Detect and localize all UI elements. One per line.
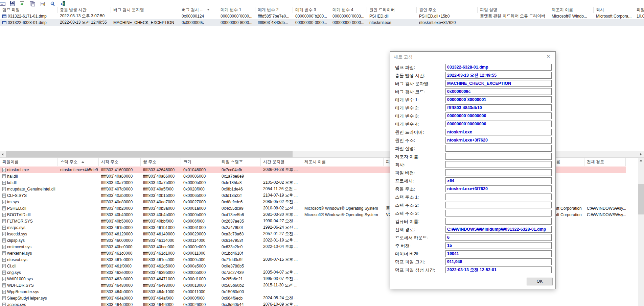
cell bbox=[584, 186, 626, 192]
scroll-up-arrow-icon[interactable] bbox=[640, 160, 642, 161]
field-value-box[interactable] bbox=[445, 218, 552, 225]
field-label: 프로세서: bbox=[395, 178, 414, 184]
column-header-2[interactable]: 스택 주소 bbox=[58, 158, 99, 166]
column-header-10[interactable]: 원인 주소 bbox=[417, 7, 478, 13]
column-header-5[interactable]: 크기 bbox=[181, 158, 219, 166]
dialog-titlebar[interactable]: 새로 고침 ✕ bbox=[390, 52, 555, 61]
field-value-box[interactable]: MACHINE_CHECK_EXCEPTION bbox=[445, 80, 552, 87]
cell: 2104-07-19 오후 ... bbox=[261, 192, 302, 199]
cell: Microsoft Corpora... bbox=[594, 13, 634, 19]
column-header-6[interactable]: 매개 변수 2 bbox=[255, 7, 293, 13]
field-value-box[interactable] bbox=[445, 153, 552, 160]
cell bbox=[261, 250, 302, 256]
driver-file-icon bbox=[2, 264, 6, 268]
cell bbox=[540, 288, 584, 295]
cell: WppRecorder.sys bbox=[0, 288, 58, 295]
crash-dump-row[interactable]: 031322-6171-01.dmp2022-03-13 오후 3:07:500… bbox=[0, 13, 644, 19]
cell: 0xc8d60b44 bbox=[219, 301, 261, 306]
vertical-scrollbar-thumb[interactable] bbox=[638, 184, 644, 214]
field-value-box[interactable]: fffff803`4843db10 bbox=[445, 104, 552, 111]
scroll-right-arrow-icon[interactable] bbox=[640, 153, 642, 156]
driver-row[interactable]: WppRecorder.sysfffff803`464b0000fffff803… bbox=[0, 288, 626, 295]
field-value-box[interactable]: ntoskrnl.exe+3f7620 bbox=[445, 137, 552, 144]
cell: 플랫폼 관련 하드웨어 오류 드라이버 bbox=[478, 13, 549, 19]
field-value-box[interactable] bbox=[445, 161, 552, 168]
field-label: 파일 설명: bbox=[395, 146, 415, 152]
dialog-field-row: 매개 변수 1:00000000`80000001 bbox=[390, 96, 555, 103]
cell bbox=[584, 192, 626, 199]
driver-file-icon bbox=[2, 174, 6, 178]
column-header-12[interactable]: 제조자 이름 bbox=[549, 7, 594, 13]
cell bbox=[302, 179, 384, 186]
save-icon[interactable] bbox=[8, 0, 16, 7]
field-value-box[interactable] bbox=[445, 202, 552, 208]
field-value-box[interactable] bbox=[445, 210, 552, 216]
bottom-pane-vertical-scrollbar[interactable] bbox=[638, 158, 644, 306]
column-header-1[interactable]: 덤프 파일 bbox=[0, 7, 58, 13]
column-header-4[interactable]: 끝 주소 bbox=[141, 158, 181, 166]
field-value-box[interactable]: 15 bbox=[445, 242, 552, 249]
cell: fffff803`46471000 bbox=[141, 276, 181, 282]
cell: fffff803`40b40000 bbox=[99, 211, 141, 218]
scroll-left-arrow-icon[interactable] bbox=[2, 153, 3, 156]
column-header-3[interactable]: 버그 검사 문자열 bbox=[111, 7, 179, 13]
driver-file-icon bbox=[2, 290, 6, 294]
field-value-box[interactable]: 0x0000009c bbox=[445, 88, 552, 95]
driver-row[interactable]: SleepStudyHelper.sysfffff803`464a0000fff… bbox=[0, 295, 626, 301]
field-value-box[interactable]: 00000000`80000001 bbox=[445, 96, 552, 103]
field-value-box[interactable]: 031322-6328-01.dmp bbox=[445, 64, 552, 71]
horizontal-scrollbar-thumb[interactable] bbox=[6, 151, 293, 157]
field-label: 파일 버전: bbox=[395, 170, 415, 176]
ok-button[interactable]: OK bbox=[527, 278, 553, 285]
properties-icon[interactable] bbox=[39, 0, 47, 7]
find-icon[interactable] bbox=[49, 0, 57, 7]
column-header-6[interactable]: 타임 스탬프 bbox=[219, 158, 261, 166]
cell: ntoskrnl.exe+3f7620 bbox=[417, 19, 478, 26]
field-value-box[interactable]: 2022-03-13 오전 12:52:01 bbox=[445, 266, 552, 273]
driver-row[interactable]: acpiex.sysfffff803`464d0000fffff803`464f… bbox=[0, 301, 626, 306]
cell: 2105-02-02 오후 ... bbox=[261, 179, 302, 186]
dialog-field-row: 주 버전:15 bbox=[390, 242, 555, 249]
cell: 0xfd13a22f bbox=[219, 192, 261, 199]
column-header-5[interactable]: 매개 변수 1 bbox=[218, 7, 255, 13]
column-header-14[interactable]: 파일 bbox=[634, 7, 644, 13]
field-value-box[interactable] bbox=[445, 194, 552, 200]
column-header-4[interactable]: 버그 검사 ... bbox=[179, 7, 218, 13]
column-header-9[interactable]: 원인 드라이버 bbox=[367, 7, 417, 13]
field-value-box[interactable]: ntoskrnl.exe bbox=[445, 129, 552, 135]
driver-file-icon bbox=[2, 219, 6, 223]
field-value-box[interactable]: x64 bbox=[445, 177, 552, 184]
crash-dump-row[interactable]: 031322-6328-01.dmp2022-03-13 오전 12:49:55… bbox=[0, 19, 644, 26]
column-header-11[interactable]: 전체 경로 bbox=[584, 158, 626, 166]
field-value-box[interactable]: 6 bbox=[445, 234, 552, 241]
cell bbox=[302, 269, 384, 276]
exit-icon[interactable] bbox=[59, 0, 67, 7]
window-icon[interactable] bbox=[0, 0, 7, 7]
field-value-box[interactable]: 00000000`00000000 bbox=[445, 112, 552, 119]
field-value-box[interactable] bbox=[445, 145, 552, 152]
field-value-box[interactable] bbox=[445, 169, 552, 176]
column-header-8[interactable]: 제조사 이름 bbox=[302, 158, 384, 166]
cell: 0x633c2fe0 bbox=[219, 244, 261, 250]
field-value-box[interactable]: 2022-03-13 오전 12:49:55 bbox=[445, 72, 552, 79]
column-header-11[interactable]: 파일 설명 bbox=[478, 7, 549, 13]
cell: 0x4c55dc99 bbox=[219, 205, 261, 211]
field-value-box[interactable]: 19041 bbox=[445, 250, 552, 257]
column-header-3[interactable]: 시작 주소 bbox=[99, 158, 141, 166]
cell bbox=[58, 288, 99, 295]
field-value-box[interactable]: ntoskrnl.exe+3f7620 bbox=[445, 185, 552, 192]
column-header-2[interactable]: 충돌 발생 시간 bbox=[58, 7, 111, 13]
column-header-7[interactable]: 시간 문자열 bbox=[261, 158, 302, 166]
close-icon[interactable]: ✕ bbox=[545, 53, 552, 60]
copy-icon[interactable] bbox=[28, 0, 37, 7]
column-header-13[interactable]: 회사 bbox=[594, 7, 634, 13]
field-value-box[interactable]: C:₩WINDOWS₩Minidump₩031322-6328-01.dmp bbox=[445, 226, 552, 233]
field-value-box[interactable]: 911,948 bbox=[445, 258, 552, 265]
column-header-1[interactable]: 파일이름 bbox=[0, 158, 58, 166]
cell bbox=[58, 263, 99, 269]
field-value-box[interactable]: 00000000`00000000 bbox=[445, 121, 552, 127]
refresh-icon[interactable] bbox=[18, 0, 26, 7]
driver-file-icon bbox=[2, 206, 6, 210]
column-header-7[interactable]: 매개 변수 3 bbox=[293, 7, 330, 13]
column-header-8[interactable]: 매개 변수 4 bbox=[330, 7, 367, 13]
